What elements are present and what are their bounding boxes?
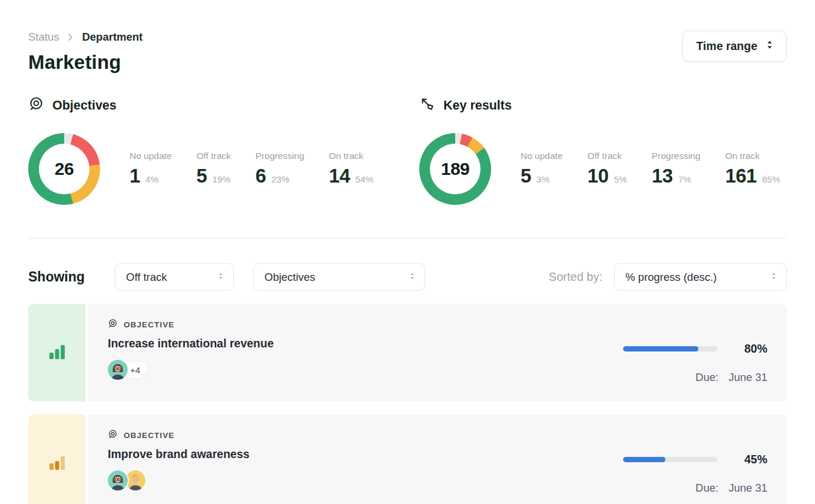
objectives-donut-chart: 26 [28,133,100,205]
okr-dashboard: Status Department Marketing Time range [0,0,815,504]
time-range-label: Time range [696,39,757,53]
progress-bar-fill [623,457,665,462]
progress-row: 80% [623,342,767,356]
stat-no-update: No update 14% [130,151,172,187]
due-value: June 31 [728,482,767,495]
summary-section: Objectives 26 No update 14% Off track 51… [28,96,787,205]
type-filter-value: Objectives [264,271,315,284]
objectives-stats: No update 14% Off track 519% Progressing… [130,151,373,187]
objective-card-improve-brand-awareness[interactable]: OBJECTIVE Improve brand awareness 45% [28,415,787,504]
stat-off-track: Off track 105% [588,151,627,187]
key-result-arrow-icon [419,96,435,115]
key-results-total: 189 [430,144,481,194]
objectives-title: Objectives [52,98,117,113]
avatar-man[interactable] [125,470,145,490]
stat-progressing: Progressing 137% [652,151,701,187]
green-bar-chart-icon [49,344,65,362]
breadcrumb-status[interactable]: Status [28,31,59,44]
progress-percent: 80% [740,342,767,356]
filter-bar: Showing Off track Objectives Sorted by: … [28,263,787,291]
showing-label: Showing [28,269,115,285]
stat-no-update: No update 53% [521,151,563,187]
sort-arrows-icon [218,271,224,284]
type-filter-select[interactable]: Objectives [253,263,425,291]
objective-target-icon [28,96,44,115]
progress-bar [623,457,717,462]
due-label: Due: [695,371,718,384]
avatar-woman[interactable] [108,470,128,490]
key-results-donut-chart: 189 [419,133,491,205]
due-label: Due: [695,482,718,495]
status-filter-select[interactable]: Off track [115,263,234,291]
objective-list: OBJECTIVE Increase international revenue… [28,304,787,504]
objectives-summary: Objectives 26 No update 14% Off track 51… [28,96,419,205]
objective-target-icon [108,429,118,441]
stat-on-track: On track 1454% [329,151,374,187]
key-results-stats: No update 53% Off track 105% Progressing… [521,151,780,187]
objectives-total: 26 [39,144,90,194]
breadcrumb: Status Department [28,31,143,44]
card-body: OBJECTIVE Improve brand awareness 45% [88,415,787,504]
key-results-title: Key results [443,98,512,113]
time-range-button[interactable]: Time range [683,31,787,62]
header-left: Status Department Marketing [28,31,143,74]
avatar-woman[interactable] [108,360,128,380]
stat-off-track: Off track 519% [197,151,231,187]
page-title: Marketing [28,51,143,74]
objective-tag-label: OBJECTIVE [124,320,174,329]
status-accent-panel [28,415,85,504]
objective-card-increase-international-revenue[interactable]: OBJECTIVE Increase international revenue… [28,304,787,402]
card-body: OBJECTIVE Increase international revenue… [88,304,787,402]
objectives-donut-row: 26 No update 14% Off track 519% Progress… [28,133,419,205]
key-results-header: Key results [419,96,787,115]
chevron-right-icon [66,33,75,42]
objective-tag-label: OBJECTIVE [124,431,174,440]
status-filter-value: Off track [126,271,167,284]
sort-arrows-icon [766,39,773,53]
status-accent-panel [28,304,85,402]
due-value: June 31 [728,371,767,384]
stat-on-track: On track 16185% [725,151,780,187]
owner-avatars[interactable]: +4 [108,360,767,380]
breadcrumb-department[interactable]: Department [82,31,143,44]
objective-tag: OBJECTIVE [108,319,767,330]
stat-progressing: Progressing 623% [256,151,304,187]
objective-tag: OBJECTIVE [108,429,767,441]
key-results-donut-row: 189 No update 53% Off track 105% Progres… [419,133,787,205]
page-header: Status Department Marketing Time range [28,31,787,74]
progress-bar-fill [623,346,698,352]
sort-select[interactable]: % progress (desc.) [614,263,787,291]
sort-arrows-icon [409,271,415,284]
section-divider [28,238,787,238]
due-date-row: Due: June 31 [695,482,767,495]
objectives-header: Objectives [28,96,419,115]
sort-arrows-icon [771,271,777,284]
due-date-row: Due: June 31 [695,371,767,384]
sorted-by-label: Sorted by: [549,270,602,284]
sort-value: % progress (desc.) [625,271,717,284]
progress-percent: 45% [740,453,767,466]
progress-bar [623,346,717,352]
amber-bar-chart-icon [49,455,65,472]
owner-avatars[interactable] [108,470,767,490]
key-results-summary: Key results 189 No update 53% Off track … [419,96,787,205]
progress-row: 45% [623,453,767,466]
objective-target-icon [108,319,118,330]
